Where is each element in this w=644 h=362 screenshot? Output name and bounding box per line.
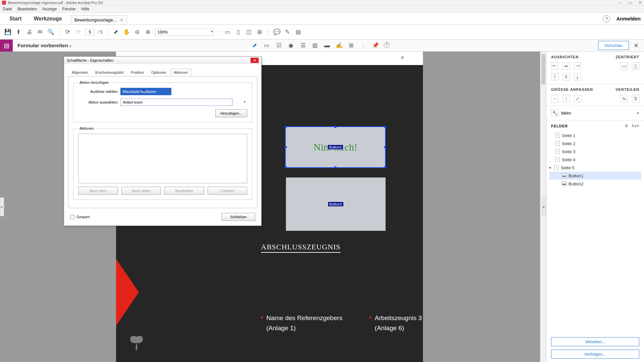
track-button[interactable]: Verfolgen... (551, 350, 639, 359)
actions-legend: Aktionen (78, 126, 95, 130)
page-node[interactable]: ▫Seite 1 (549, 131, 641, 139)
window-minimize-icon[interactable]: ― (618, 0, 622, 5)
signin-link[interactable]: Anmelden (616, 16, 641, 21)
menu-datei[interactable]: Datei (3, 7, 12, 11)
menu-bearbeiten[interactable]: Bearbeiten (17, 7, 37, 11)
field-node-button1[interactable]: ▬Button1 (549, 172, 641, 180)
dialog-close-icon[interactable]: ✕ (251, 58, 259, 63)
help-icon[interactable]: ? (603, 15, 610, 22)
cloud-icon[interactable]: ⬆ (15, 28, 22, 36)
radiobutton-tool-icon[interactable]: ◉ (287, 42, 294, 49)
align-center-icon[interactable]: ⇔ (562, 62, 570, 70)
highlight-icon[interactable]: ✎ (284, 28, 291, 36)
page-down-icon[interactable]: ⟳ (75, 28, 82, 36)
page-node[interactable]: ▫Seite 3 (549, 147, 641, 156)
az-sort-icon[interactable]: Aᴢ▾ (632, 124, 639, 128)
add-button[interactable]: Hinzufügen... (215, 109, 247, 117)
tab-werkzeuge[interactable]: Werkzeuge (28, 13, 68, 24)
select-tool-icon[interactable]: ⬈ (112, 28, 119, 36)
tab-allgemein[interactable]: Allgemein (69, 69, 91, 76)
align-top-icon[interactable]: ⭱ (551, 73, 558, 80)
triangle-graphic (116, 259, 139, 326)
window-close-icon[interactable]: ✕ (638, 0, 642, 5)
delete-button[interactable]: Löschen (208, 187, 248, 195)
tab-position[interactable]: Position (128, 69, 147, 76)
sort-icon[interactable]: ⇅ (625, 124, 628, 128)
distribute-horiz-icon[interactable]: ⇆ (621, 95, 628, 102)
locked-checkbox-input[interactable] (70, 215, 74, 219)
tab-optionen[interactable]: Optionen (148, 69, 169, 76)
checkbox-tool-icon[interactable]: ☑ (275, 42, 282, 49)
separator: | (360, 42, 367, 49)
distribute-vert-icon[interactable]: ⇅ (632, 95, 639, 102)
align-middle-icon[interactable]: ⇕ (562, 73, 570, 80)
fit-width-icon[interactable]: ▭ (224, 28, 231, 36)
menu-fenster[interactable]: Fenster (62, 7, 76, 11)
trigger-select[interactable] (120, 88, 171, 95)
center-vert-icon[interactable]: ▯ (632, 62, 639, 70)
pin-tool-icon[interactable]: 📌 (372, 42, 379, 49)
distribute-button[interactable]: Verteilen... (551, 337, 639, 346)
fit-page-icon[interactable]: ▯ (234, 28, 242, 36)
form-mode-label[interactable]: Formular vorbereiten (13, 43, 76, 48)
save-icon[interactable]: 💾 (4, 28, 11, 36)
page-node[interactable]: ▫Seite 4 (549, 156, 641, 164)
close-button[interactable]: Schließen (222, 213, 255, 221)
selection-tool-icon[interactable]: ⬈ (251, 42, 258, 49)
tab-aktionen[interactable]: Aktionen (171, 69, 191, 76)
more-dropdown[interactable]: 🔧 Mehr ▾ (546, 106, 644, 120)
action-select[interactable] (120, 99, 232, 106)
right-panel-collapse-icon[interactable]: ▸ (542, 197, 546, 216)
search-icon[interactable]: 🔍 (47, 28, 54, 36)
close-form-mode-icon[interactable]: ✕ (634, 42, 639, 49)
preview-button[interactable]: Vorschau (598, 41, 629, 50)
read-mode-icon[interactable]: ⊞ (256, 28, 263, 36)
tab-erscheinungsbild[interactable]: Erscheinungsbild (92, 69, 126, 76)
match-width-icon[interactable]: ↔ (551, 95, 558, 102)
match-both-icon[interactable]: ⤢ (574, 95, 581, 102)
match-height-icon[interactable]: ↕ (562, 95, 570, 102)
left-panel-collapse-icon[interactable]: ▸ (0, 197, 4, 216)
menu-hilfe[interactable]: Hilfe (81, 7, 89, 11)
textfield-tool-icon[interactable]: ▭ (263, 42, 270, 49)
field-node-button2[interactable]: ▬Button2 (549, 180, 641, 188)
move-down-button[interactable]: Nach unten (121, 187, 161, 195)
hand-tool-icon[interactable]: ✋ (123, 28, 130, 36)
comment-icon[interactable]: 💬 (273, 28, 280, 36)
zoom-select[interactable] (155, 28, 214, 36)
align-right-icon[interactable]: ⭲ (574, 62, 581, 70)
barcode-tool-icon[interactable]: ⊞ (347, 42, 355, 49)
zoom-in-icon[interactable]: ⊕ (144, 28, 152, 36)
center-horiz-icon[interactable]: ▭ (621, 62, 628, 70)
form-mode-icon[interactable]: ▤ (0, 40, 13, 52)
menu-anzeige[interactable]: Anzeige (42, 7, 57, 11)
button-tool-icon[interactable]: ▬ (323, 42, 331, 49)
crop-icon[interactable]: ◫ (245, 28, 253, 36)
signature-tool-icon[interactable]: ✍ (335, 42, 343, 49)
window-maximize-icon[interactable]: ▭ (628, 0, 632, 5)
edit-button[interactable]: Bearbeiten (164, 187, 204, 195)
center-heading: ZENTRIERT (615, 55, 639, 59)
align-left-icon[interactable]: ⭰ (551, 62, 558, 70)
page-up-icon[interactable]: ⟳ (64, 28, 71, 36)
page-number-input[interactable] (86, 29, 94, 36)
print-icon[interactable]: 🖨 (25, 28, 33, 36)
actions-listbox[interactable] (78, 134, 247, 183)
form-field-button1[interactable]: Nim mich! Button1 (285, 126, 386, 168)
zoom-out-icon[interactable]: ⊖ (133, 28, 141, 36)
form-field-button2[interactable]: Button2 (286, 177, 386, 231)
align-bottom-icon[interactable]: ⭳ (574, 73, 581, 80)
page-node-expanded[interactable]: ▾▫Seite 5 (549, 164, 641, 172)
help-tool-icon[interactable]: ? (384, 42, 390, 48)
dropdown-tool-icon[interactable]: ▥ (311, 42, 319, 49)
page-node[interactable]: ▫Seite 2 (549, 139, 641, 147)
tab-document[interactable]: Bewerbungsvorlage... ✕ (71, 15, 127, 24)
tab-start[interactable]: Start (3, 13, 28, 24)
move-up-button[interactable]: Nach oben (78, 187, 118, 195)
dialog-titlebar[interactable]: Schaltfläche - Eigenschaften ✕ (64, 57, 261, 64)
sign-icon[interactable]: ▤ (294, 28, 302, 36)
locked-checkbox[interactable]: Gespert (70, 215, 90, 219)
listbox-tool-icon[interactable]: ☰ (299, 42, 307, 49)
doc-tab-close-icon[interactable]: ✕ (120, 17, 123, 22)
mail-icon[interactable]: ✉ (36, 28, 44, 36)
